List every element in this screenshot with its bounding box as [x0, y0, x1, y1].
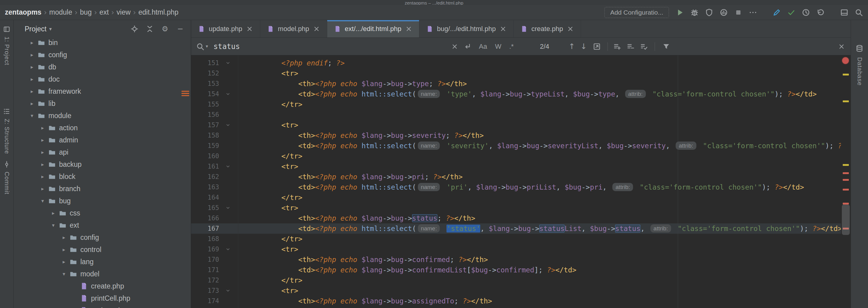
tree-item-bug[interactable]: ▾bug	[14, 195, 191, 207]
tree-item-admin[interactable]: ▸admin	[14, 134, 191, 146]
tree-item-css[interactable]: ▸css	[14, 207, 191, 219]
tool-window-database-label[interactable]: Database	[856, 57, 863, 86]
expand-arrow-icon[interactable]: ▸	[37, 186, 48, 192]
fold-marker-icon[interactable]	[225, 122, 231, 128]
close-tab-icon[interactable]	[313, 25, 320, 33]
filter-search-button[interactable]	[662, 42, 670, 51]
previous-match-button[interactable]: ↑	[569, 42, 575, 50]
tab-ext/.../edit.html.php[interactable]: ext/.../edit.html.php	[327, 20, 420, 37]
select-all-occurrences-button[interactable]	[640, 42, 648, 51]
code-line[interactable]: <tr>	[239, 68, 298, 79]
expand-arrow-icon[interactable]: ▸	[48, 210, 59, 216]
collapse-arrow-icon[interactable]: ▾	[27, 113, 37, 119]
expand-arrow-icon[interactable]: ▸	[27, 64, 37, 70]
tab-model.php[interactable]: model.php	[260, 20, 327, 37]
open-results-in-tool-window-button[interactable]	[593, 42, 601, 51]
database-icon[interactable]	[856, 44, 863, 52]
fold-marker-icon[interactable]	[225, 205, 231, 211]
breadcrumb-item[interactable]: view	[117, 8, 130, 17]
breadcrumb-item[interactable]: edit.html.php	[138, 8, 179, 17]
code-line[interactable]: </tr>	[239, 234, 303, 244]
expand-arrow-icon[interactable]: ▸	[37, 161, 48, 167]
run-icon[interactable]	[676, 8, 684, 17]
tool-window-project[interactable]: 1: Project	[0, 26, 13, 65]
tree-item-config[interactable]: ▸config	[14, 49, 191, 61]
code-line[interactable]: <tr>	[239, 120, 298, 130]
tree-item-create.php[interactable]: create.php	[14, 280, 191, 292]
next-match-button[interactable]: ↓	[580, 42, 587, 50]
vcs-commit-icon[interactable]	[787, 8, 796, 17]
code-line[interactable]: <td><?php echo html::select(name: 'statu…	[239, 223, 841, 234]
expand-arrow-icon[interactable]: ▸	[58, 247, 69, 253]
stop-icon[interactable]	[734, 8, 743, 17]
tool-window-structure[interactable]: Z: Structure	[0, 108, 13, 154]
fold-marker-icon[interactable]	[225, 91, 231, 97]
vcs-update-icon[interactable]	[772, 8, 781, 17]
tab-update.php[interactable]: update.php	[191, 20, 260, 37]
tree-item-ext[interactable]: ▾ext	[14, 219, 191, 231]
match-case-toggle[interactable]: Aa	[479, 42, 487, 51]
hide-panel-icon[interactable]: −	[176, 25, 184, 33]
expand-arrow-icon[interactable]: ▸	[27, 76, 37, 82]
project-panel-title[interactable]: Project	[25, 25, 46, 33]
expand-arrow-icon[interactable]: ▸	[58, 234, 69, 240]
expand-arrow-icon[interactable]: ▸	[27, 100, 37, 106]
code-line[interactable]: <th><?php echo $lang->bug->pri; ?></th>	[239, 172, 463, 182]
scrollbar-thumb[interactable]	[842, 205, 850, 235]
tree-item-config[interactable]: ▸config	[14, 231, 191, 244]
tree-item-db[interactable]: ▸db	[14, 61, 191, 73]
clear-search-icon[interactable]	[451, 43, 458, 50]
exclude-occurrence-button[interactable]	[627, 42, 634, 51]
code-line[interactable]: <th><?php echo $lang->bug->severity; ?><…	[239, 130, 484, 141]
breadcrumb-item[interactable]: module	[49, 8, 72, 17]
tree-item-doc[interactable]: ▸doc	[14, 73, 191, 85]
expand-arrow-icon[interactable]: ▸	[37, 174, 48, 180]
code-line[interactable]: <th><?php echo $lang->bug->status; ?></t…	[239, 213, 475, 223]
fold-marker-icon[interactable]	[225, 288, 231, 294]
collapse-arrow-icon[interactable]: ▾	[37, 198, 48, 204]
breadcrumb-item[interactable]: ext	[99, 8, 109, 17]
tree-item-update.php[interactable]: update.php	[14, 304, 191, 308]
settings-icon[interactable]: ⚙	[161, 25, 169, 33]
expand-arrow-icon[interactable]: ▸	[27, 39, 37, 45]
tree-item-framework[interactable]: ▸framework	[14, 85, 191, 97]
expand-arrow-icon[interactable]: ▸	[27, 88, 37, 94]
tree-item-control[interactable]: ▸control	[14, 244, 191, 256]
coverage-icon[interactable]	[705, 8, 713, 17]
code-area[interactable]: <?php endif; ?> <tr> <th><?php echo $lan…	[239, 55, 841, 308]
tree-item-action[interactable]: ▸action	[14, 122, 191, 134]
code-line[interactable]: </tr>	[239, 192, 303, 203]
tool-window-commit[interactable]: Commit	[0, 161, 13, 194]
tab-bug/.../edit.html.php[interactable]: bug/.../edit.html.php	[420, 20, 514, 37]
breadcrumb-item[interactable]: bug	[80, 8, 92, 17]
tree-item-model[interactable]: ▾model	[14, 268, 191, 280]
tree-item-printCell.php[interactable]: printCell.php	[14, 292, 191, 304]
code-line[interactable]: <tr>	[239, 244, 298, 254]
tree-item-lib[interactable]: ▸lib	[14, 97, 191, 110]
tree-item-backup[interactable]: ▸backup	[14, 158, 191, 171]
add-occurrence-button[interactable]	[613, 42, 621, 51]
code-line[interactable]: </tr>	[239, 151, 303, 161]
tree-item-bin[interactable]: ▸bin	[14, 36, 191, 49]
newline-icon[interactable]	[463, 42, 471, 51]
collapse-arrow-icon[interactable]: ▾	[48, 222, 59, 228]
fold-marker-icon[interactable]	[225, 247, 231, 252]
expand-arrow-icon[interactable]: ▸	[37, 149, 48, 155]
more-icon[interactable]	[749, 8, 757, 17]
code-line[interactable]: <?php endif; ?>	[239, 58, 344, 68]
code-line[interactable]: <th><?php echo $lang->bug->assignedTo; ?…	[239, 296, 492, 306]
chevron-down-icon[interactable]: ▾	[49, 27, 52, 32]
code-line[interactable]: </tr>	[239, 99, 303, 110]
search-everywhere-icon[interactable]	[855, 8, 863, 17]
editor[interactable]: 1511521531541551561571581591601611621631…	[191, 55, 851, 308]
tree-item-block[interactable]: ▸block	[14, 171, 191, 183]
code-line[interactable]: <th><?php echo $lang->bug->type; ?></th>	[239, 79, 467, 89]
expand-arrow-icon[interactable]: ▸	[37, 125, 48, 131]
code-line[interactable]: <td><?php echo html::select(name: 'type'…	[239, 89, 816, 99]
close-tab-icon[interactable]	[405, 25, 412, 33]
tab-create.php[interactable]: create.php	[514, 20, 581, 37]
tree-item-api[interactable]: ▸api	[14, 146, 191, 158]
profiler-icon[interactable]	[719, 8, 728, 17]
history-icon[interactable]	[802, 8, 810, 17]
fold-marker-icon[interactable]	[225, 164, 231, 169]
